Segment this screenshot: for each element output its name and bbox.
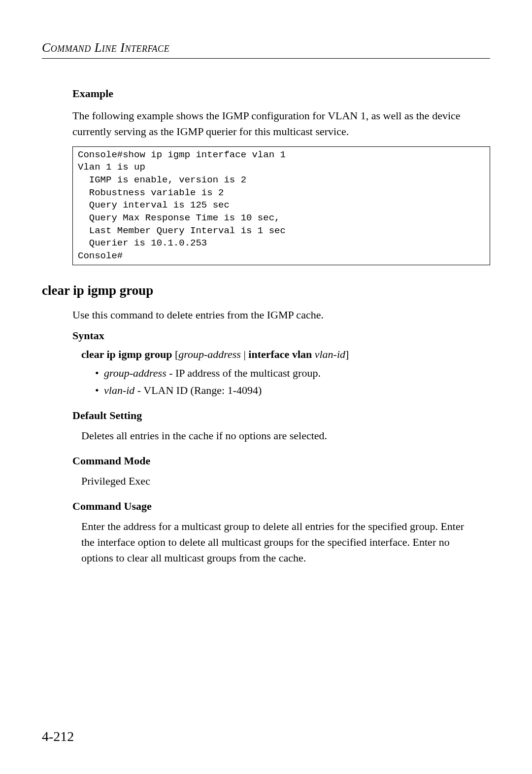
page-number: 4-212 [42, 729, 74, 744]
bullet-desc: - VLAN ID (Range: 1-4094) [134, 384, 262, 396]
command-description: Use this command to delete entries from … [72, 307, 490, 323]
example-heading: Example [72, 87, 490, 100]
syntax-arg1: group-address [178, 348, 241, 360]
page-header: Command Line Interface [42, 40, 490, 55]
bullet-icon: • [95, 365, 104, 381]
syntax-bracket-open: [ [172, 348, 178, 360]
command-title: clear ip igmp group [42, 283, 490, 298]
header-rule [42, 58, 490, 59]
bullet-term: vlan-id [104, 384, 134, 396]
page-content: Command Line Interface Example The follo… [0, 0, 532, 774]
bullet-item: •group-address - IP address of the multi… [95, 365, 490, 381]
bullet-desc: - IP address of the multicast group. [166, 367, 321, 379]
syntax-bracket-close: ] [345, 348, 349, 360]
command-usage-heading: Command Usage [72, 500, 490, 513]
syntax-bold2: interface vlan [248, 348, 314, 360]
syntax-line: clear ip igmp group [group-address | int… [81, 348, 490, 361]
default-setting-heading: Default Setting [72, 409, 490, 422]
syntax-arg2: vlan-id [315, 348, 345, 360]
bullet-term: group-address [104, 367, 166, 379]
syntax-bullet-list: •group-address - IP address of the multi… [95, 365, 490, 398]
default-setting-text: Deletes all entries in the cache if no o… [81, 428, 490, 444]
example-description: The following example shows the IGMP con… [72, 108, 490, 140]
syntax-command: clear ip igmp group [81, 348, 172, 360]
bullet-item: •vlan-id - VLAN ID (Range: 1-4094) [95, 382, 490, 398]
syntax-pipe: | [241, 348, 248, 360]
bullet-icon: • [95, 382, 104, 398]
command-usage-text: Enter the address for a multicast group … [81, 519, 466, 566]
command-mode-text: Privileged Exec [81, 473, 490, 489]
command-mode-heading: Command Mode [72, 455, 490, 467]
syntax-heading: Syntax [72, 329, 490, 342]
code-example: Console#show ip igmp interface vlan 1 Vl… [72, 146, 490, 265]
